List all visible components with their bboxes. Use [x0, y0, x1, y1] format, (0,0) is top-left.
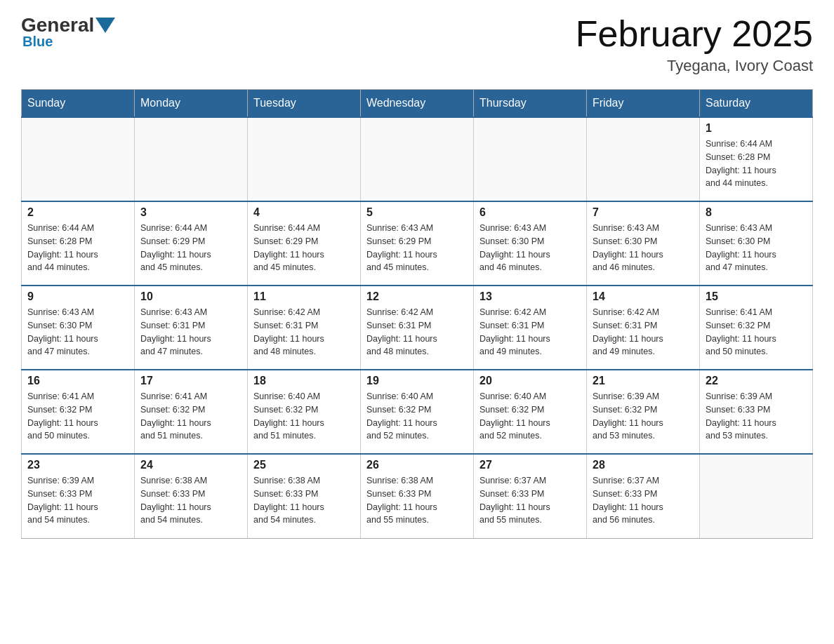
day-number: 26: [366, 459, 468, 471]
day-number: 15: [706, 290, 807, 303]
day-info: Sunrise: 6:44 AM Sunset: 6:28 PM Dayligh…: [27, 222, 128, 274]
calendar-cell: 14Sunrise: 6:42 AM Sunset: 6:31 PM Dayli…: [587, 286, 700, 370]
month-title: February 2025: [576, 14, 813, 54]
calendar-cell: 18Sunrise: 6:40 AM Sunset: 6:32 PM Dayli…: [248, 370, 361, 454]
day-number: 4: [253, 206, 355, 219]
day-info: Sunrise: 6:39 AM Sunset: 6:33 PM Dayligh…: [27, 474, 128, 527]
calendar-cell: 13Sunrise: 6:42 AM Sunset: 6:31 PM Dayli…: [474, 286, 587, 370]
day-number: 20: [479, 375, 581, 387]
calendar-cell: [248, 117, 361, 201]
day-info: Sunrise: 6:42 AM Sunset: 6:31 PM Dayligh…: [253, 306, 355, 358]
calendar-cell: 8Sunrise: 6:43 AM Sunset: 6:30 PM Daylig…: [700, 201, 813, 286]
day-number: 14: [593, 290, 694, 303]
calendar-cell: 7Sunrise: 6:43 AM Sunset: 6:30 PM Daylig…: [587, 201, 700, 286]
calendar-cell: 23Sunrise: 6:39 AM Sunset: 6:33 PM Dayli…: [22, 454, 135, 538]
day-info: Sunrise: 6:44 AM Sunset: 6:28 PM Dayligh…: [706, 137, 807, 190]
day-info: Sunrise: 6:40 AM Sunset: 6:32 PM Dayligh…: [366, 390, 468, 443]
calendar-cell: 2Sunrise: 6:44 AM Sunset: 6:28 PM Daylig…: [22, 201, 135, 286]
location-subtitle: Tyegana, Ivory Coast: [576, 57, 813, 75]
calendar-header-wednesday: Wednesday: [361, 90, 474, 118]
day-number: 11: [253, 290, 355, 303]
calendar-cell: [135, 117, 248, 201]
day-number: 9: [27, 290, 128, 303]
day-info: Sunrise: 6:38 AM Sunset: 6:33 PM Dayligh…: [140, 474, 241, 527]
calendar-week-row-2: 2Sunrise: 6:44 AM Sunset: 6:28 PM Daylig…: [22, 201, 813, 286]
day-info: Sunrise: 6:38 AM Sunset: 6:33 PM Dayligh…: [366, 474, 468, 527]
day-number: 10: [140, 290, 241, 303]
calendar-cell: 15Sunrise: 6:41 AM Sunset: 6:32 PM Dayli…: [700, 286, 813, 370]
day-info: Sunrise: 6:43 AM Sunset: 6:30 PM Dayligh…: [479, 222, 581, 274]
day-number: 23: [27, 459, 128, 471]
calendar-cell: 10Sunrise: 6:43 AM Sunset: 6:31 PM Dayli…: [135, 286, 248, 370]
day-info: Sunrise: 6:44 AM Sunset: 6:29 PM Dayligh…: [140, 222, 241, 274]
day-info: Sunrise: 6:37 AM Sunset: 6:33 PM Dayligh…: [593, 474, 694, 527]
day-info: Sunrise: 6:43 AM Sunset: 6:30 PM Dayligh…: [27, 306, 128, 358]
day-info: Sunrise: 6:38 AM Sunset: 6:33 PM Dayligh…: [253, 474, 355, 527]
calendar-cell: [22, 117, 135, 201]
day-info: Sunrise: 6:39 AM Sunset: 6:32 PM Dayligh…: [593, 390, 694, 443]
day-info: Sunrise: 6:42 AM Sunset: 6:31 PM Dayligh…: [366, 306, 468, 358]
calendar-cell: 6Sunrise: 6:43 AM Sunset: 6:30 PM Daylig…: [474, 201, 587, 286]
logo: General Blue: [21, 14, 117, 50]
calendar-cell: [361, 117, 474, 201]
calendar-header-friday: Friday: [587, 90, 700, 118]
calendar-cell: 3Sunrise: 6:44 AM Sunset: 6:29 PM Daylig…: [135, 201, 248, 286]
calendar-header-tuesday: Tuesday: [248, 90, 361, 118]
day-info: Sunrise: 6:43 AM Sunset: 6:29 PM Dayligh…: [366, 222, 468, 274]
calendar-header-thursday: Thursday: [474, 90, 587, 118]
calendar-cell: 9Sunrise: 6:43 AM Sunset: 6:30 PM Daylig…: [22, 286, 135, 370]
calendar-cell: 27Sunrise: 6:37 AM Sunset: 6:33 PM Dayli…: [474, 454, 587, 538]
page-header: General Blue February 2025 Tyegana, Ivor…: [21, 14, 813, 75]
day-number: 3: [140, 206, 241, 219]
day-number: 1: [706, 122, 807, 135]
day-number: 17: [140, 375, 241, 387]
day-number: 8: [706, 206, 807, 219]
logo-triangle-icon: [95, 18, 115, 33]
calendar-cell: 16Sunrise: 6:41 AM Sunset: 6:32 PM Dayli…: [22, 370, 135, 454]
calendar-cell: 26Sunrise: 6:38 AM Sunset: 6:33 PM Dayli…: [361, 454, 474, 538]
calendar-cell: [587, 117, 700, 201]
day-number: 7: [593, 206, 694, 219]
calendar-cell: 4Sunrise: 6:44 AM Sunset: 6:29 PM Daylig…: [248, 201, 361, 286]
day-info: Sunrise: 6:42 AM Sunset: 6:31 PM Dayligh…: [593, 306, 694, 358]
day-number: 2: [27, 206, 128, 219]
day-number: 13: [479, 290, 581, 303]
day-info: Sunrise: 6:43 AM Sunset: 6:30 PM Dayligh…: [593, 222, 694, 274]
day-info: Sunrise: 6:43 AM Sunset: 6:31 PM Dayligh…: [140, 306, 241, 358]
calendar-cell: 12Sunrise: 6:42 AM Sunset: 6:31 PM Dayli…: [361, 286, 474, 370]
day-info: Sunrise: 6:44 AM Sunset: 6:29 PM Dayligh…: [253, 222, 355, 274]
calendar-cell: 20Sunrise: 6:40 AM Sunset: 6:32 PM Dayli…: [474, 370, 587, 454]
calendar-cell: 28Sunrise: 6:37 AM Sunset: 6:33 PM Dayli…: [587, 454, 700, 538]
day-number: 22: [706, 375, 807, 387]
day-info: Sunrise: 6:41 AM Sunset: 6:32 PM Dayligh…: [706, 306, 807, 358]
calendar-week-row-3: 9Sunrise: 6:43 AM Sunset: 6:30 PM Daylig…: [22, 286, 813, 370]
calendar-cell: 22Sunrise: 6:39 AM Sunset: 6:33 PM Dayli…: [700, 370, 813, 454]
day-info: Sunrise: 6:39 AM Sunset: 6:33 PM Dayligh…: [706, 390, 807, 443]
calendar-header-saturday: Saturday: [700, 90, 813, 118]
day-number: 18: [253, 375, 355, 387]
logo-blue-text: Blue: [22, 34, 53, 50]
calendar-header-monday: Monday: [135, 90, 248, 118]
calendar-cell: 5Sunrise: 6:43 AM Sunset: 6:29 PM Daylig…: [361, 201, 474, 286]
day-number: 6: [479, 206, 581, 219]
day-info: Sunrise: 6:37 AM Sunset: 6:33 PM Dayligh…: [479, 474, 581, 527]
calendar-cell: 24Sunrise: 6:38 AM Sunset: 6:33 PM Dayli…: [135, 454, 248, 538]
calendar-header-sunday: Sunday: [22, 90, 135, 118]
calendar-cell: 1Sunrise: 6:44 AM Sunset: 6:28 PM Daylig…: [700, 117, 813, 201]
day-info: Sunrise: 6:41 AM Sunset: 6:32 PM Dayligh…: [27, 390, 128, 443]
calendar-cell: 25Sunrise: 6:38 AM Sunset: 6:33 PM Dayli…: [248, 454, 361, 538]
day-info: Sunrise: 6:42 AM Sunset: 6:31 PM Dayligh…: [479, 306, 581, 358]
day-number: 16: [27, 375, 128, 387]
calendar-cell: 11Sunrise: 6:42 AM Sunset: 6:31 PM Dayli…: [248, 286, 361, 370]
calendar-cell: [474, 117, 587, 201]
day-number: 24: [140, 459, 241, 471]
day-info: Sunrise: 6:40 AM Sunset: 6:32 PM Dayligh…: [253, 390, 355, 443]
day-number: 25: [253, 459, 355, 471]
day-number: 21: [593, 375, 694, 387]
day-number: 27: [479, 459, 581, 471]
title-block: February 2025 Tyegana, Ivory Coast: [576, 14, 813, 75]
calendar-table: SundayMondayTuesdayWednesdayThursdayFrid…: [21, 89, 813, 539]
calendar-week-row-5: 23Sunrise: 6:39 AM Sunset: 6:33 PM Dayli…: [22, 454, 813, 538]
calendar-header-row: SundayMondayTuesdayWednesdayThursdayFrid…: [22, 90, 813, 118]
day-info: Sunrise: 6:40 AM Sunset: 6:32 PM Dayligh…: [479, 390, 581, 443]
